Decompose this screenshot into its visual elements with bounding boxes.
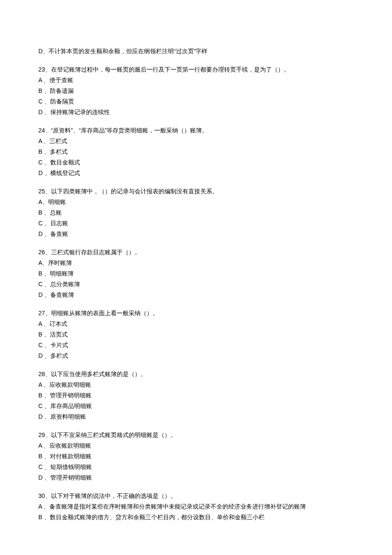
option-a: A、序时账簿 bbox=[38, 259, 354, 267]
option-c: C 、数目金额式 bbox=[38, 158, 354, 167]
option-d: D 、备查账 bbox=[38, 230, 354, 239]
option-a: A 、应收账款明细账 bbox=[38, 441, 354, 450]
option-b: B 、总账 bbox=[38, 208, 354, 217]
question-30: 30、以下对于账簿的说法中，不正确的选项是（）。 A 、备查账簿是指对某些在序时… bbox=[38, 492, 354, 522]
question-stem: 30、以下对于账簿的说法中，不正确的选项是（）。 bbox=[38, 492, 354, 500]
question-stem: 26、三栏式银行存款日志账属于（）。 bbox=[38, 248, 354, 257]
option-d: D 、多栏式 bbox=[38, 351, 354, 360]
option-a: A 、便于查账 bbox=[38, 76, 354, 85]
option-d: D 、原资料明细账 bbox=[38, 412, 354, 421]
option-d: D 、横线登记式 bbox=[38, 169, 354, 178]
option-b: B 、管理开销明细账 bbox=[38, 391, 354, 400]
question-25: 25、以下四类账簿中，（）的记录与会计报表的编制没有直接关系。 A、明细账 B … bbox=[38, 187, 354, 239]
option-a: A 、应收账款明细账 bbox=[38, 380, 354, 389]
question-stem: 29、以下不宜采纳三栏式账页格式的明细账是（）。 bbox=[38, 431, 354, 440]
option-b: B 、防备遗漏 bbox=[38, 86, 354, 95]
option-a: A、明细账 bbox=[38, 198, 354, 207]
option-b: B 、多栏式 bbox=[38, 147, 354, 156]
question-stem: 25、以下四类账簿中，（）的记录与会计报表的编制没有直接关系。 bbox=[38, 187, 354, 196]
option-d: D 、管理开销明细账 bbox=[38, 473, 354, 482]
option-d: D 、备查账簿 bbox=[38, 290, 354, 299]
question-stem: 27、明细账从账簿的表面上看一般采纳（）。 bbox=[38, 309, 354, 318]
option-c: C 、卡片式 bbox=[38, 341, 354, 350]
option-c: C 、总分类账簿 bbox=[38, 280, 354, 289]
option-b: B 、活页式 bbox=[38, 330, 354, 339]
option-c: C 、日志账 bbox=[38, 219, 354, 228]
option-a: A 、三栏式 bbox=[38, 137, 354, 146]
question-26: 26、三栏式银行存款日志账属于（）。 A、序时账簿 B 、明细账簿 C 、总分类… bbox=[38, 248, 354, 299]
option-c: C 、短期借钱明细账 bbox=[38, 463, 354, 472]
orphan-option-text: D、不计算本页的发生额和余额，但应在纲领栏注明“过次页”字样 bbox=[38, 48, 208, 55]
question-29: 29、以下不宜采纳三栏式账页格式的明细账是（）。 A 、应收账款明细账 B 、对… bbox=[38, 431, 354, 482]
question-stem: 24、“原资料”、“库存商品”等存货类明细账，一般采纳（）账簿。 bbox=[38, 126, 354, 135]
question-24: 24、“原资料”、“库存商品”等存货类明细账，一般采纳（）账簿。 A 、三栏式 … bbox=[38, 126, 354, 178]
option-d: D 、保持账簿记录的连续性 bbox=[38, 108, 354, 117]
option-b: B 、对付账款明细账 bbox=[38, 452, 354, 461]
question-27: 27、明细账从账簿的表面上看一般采纳（）。 A 、订本式 B 、活页式 C 、卡… bbox=[38, 309, 354, 360]
option-c: C 、防备隔页 bbox=[38, 97, 354, 106]
option-b: B 、明细账簿 bbox=[38, 269, 354, 278]
document-page: D、不计算本页的发生额和余额，但应在纲领栏注明“过次页”字样 23、在登记账簿过… bbox=[0, 0, 392, 555]
option-a: A 、订本式 bbox=[38, 319, 354, 328]
option-b: B 、数目金额式账簿的借方、贷方和余额三个栏目内，都分设数目、单价和金额三小栏 bbox=[38, 513, 354, 522]
option-c: C 、库存商品明细账 bbox=[38, 402, 354, 411]
question-23: 23、在登记账簿过程中，每一账页的最后一行及下一页第一行都要办理转页手续，是为了… bbox=[38, 65, 354, 117]
question-stem: 28、以下应当使用多栏式账簿的是（）。 bbox=[38, 370, 354, 379]
orphan-option-d: D、不计算本页的发生额和余额，但应在纲领栏注明“过次页”字样 bbox=[38, 47, 354, 56]
question-stem: 23、在登记账簿过程中，每一账页的最后一行及下一页第一行都要办理转页手续，是为了… bbox=[38, 65, 354, 74]
option-a: A 、备查账簿是指对某些在序时账簿和分类账簿中未能记录或记录不全的经济业务进行增… bbox=[38, 502, 354, 511]
question-28: 28、以下应当使用多栏式账簿的是（）。 A 、应收账款明细账 B 、管理开销明细… bbox=[38, 370, 354, 421]
